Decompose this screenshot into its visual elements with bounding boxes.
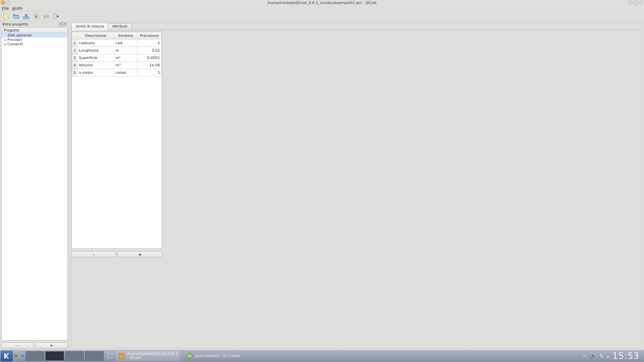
dock-float-icon[interactable]: ▢: [59, 22, 63, 26]
tab-attributi[interactable]: Attributi: [108, 23, 132, 30]
project-dock: Vista progetto ▢ × Progetto Dati general…: [0, 21, 69, 350]
svg-rect-1: [45, 14, 48, 15]
units-table[interactable]: Descrizione Simbolo Precisione 1cadaunoc…: [71, 32, 162, 249]
col-simbolo[interactable]: Simbolo: [114, 32, 138, 40]
minimize-icon[interactable]: [628, 0, 633, 5]
window-titlebar: /home/mickele/QCost_0.6.1_src/doc/esempi…: [0, 0, 644, 5]
dot-red-icon[interactable]: [15, 355, 17, 357]
window-title: /home/mickele/QCost_0.6.1_src/doc/esempi…: [0, 1, 644, 5]
cell-precisione[interactable]: 0,01: [138, 47, 162, 54]
tree-header[interactable]: Progetto: [2, 28, 67, 33]
main-panel: Unità di misura Attributi Descrizione Si…: [69, 21, 644, 350]
task-entry-qcost[interactable]: /home/mickele/QCost_0.6.1 - QCost: [116, 351, 180, 361]
clock[interactable]: 15:53: [612, 351, 639, 361]
window-pin-icon[interactable]: [6, 0, 11, 5]
menubar: File Aiuto: [0, 5, 644, 11]
tree-item-prezzari[interactable]: Prezzari: [2, 38, 67, 42]
row-number[interactable]: 3: [72, 54, 77, 62]
menu-file[interactable]: File: [2, 6, 9, 11]
desktop-1[interactable]: [25, 351, 44, 361]
svg-rect-4: [119, 353, 124, 359]
table-row[interactable]: 5a corpocorpo1: [72, 69, 162, 76]
qcost-app-icon: [118, 353, 125, 359]
tab-unita-di-misura[interactable]: Unità di misura: [71, 23, 108, 30]
cell-precisione[interactable]: 1e-06: [138, 62, 162, 69]
cell-precisione[interactable]: 0,0001: [138, 54, 162, 62]
tray-expand-icon[interactable]: ▴: [607, 353, 609, 359]
exit-icon[interactable]: [52, 12, 60, 20]
window-menu-icon[interactable]: [1, 0, 5, 5]
print-icon[interactable]: [42, 12, 50, 20]
col-precisione[interactable]: Precisione: [138, 32, 162, 40]
dock-close-icon[interactable]: ×: [63, 22, 67, 26]
table-row[interactable]: 1cadaunocad.1: [72, 40, 162, 47]
menu-aiuto[interactable]: Aiuto: [12, 6, 22, 11]
clipboard-icon[interactable]: ✂: [583, 353, 587, 359]
project-tree[interactable]: Progetto Dati generali Prezzari Computi: [1, 27, 68, 341]
cell-precisione[interactable]: 1: [138, 69, 162, 76]
cell-simbolo[interactable]: corpo: [114, 69, 138, 76]
kickoff-menu-icon[interactable]: [1, 351, 13, 361]
cell-simbolo[interactable]: m²: [114, 54, 138, 62]
dock-title: Vista progetto: [2, 22, 28, 26]
new-file-icon[interactable]: [2, 12, 10, 20]
desktop-3[interactable]: [65, 351, 84, 361]
qtcreator-app-icon: Qt: [186, 353, 193, 359]
tree-add-button[interactable]: +: [35, 343, 68, 349]
table-remove-button[interactable]: -: [71, 251, 116, 257]
row-number[interactable]: 5: [72, 69, 77, 76]
table-add-button[interactable]: +: [118, 251, 162, 257]
task-entry-label: /home/mickele/QCost_0.6.1 - QCost: [127, 352, 177, 360]
cell-simbolo[interactable]: m: [114, 47, 138, 54]
show-desktop-icon[interactable]: [108, 354, 112, 358]
import-icon[interactable]: [22, 12, 30, 20]
desktop-pager[interactable]: [25, 351, 104, 361]
export-icon[interactable]: [32, 12, 40, 20]
desktop-4[interactable]: [85, 351, 104, 361]
cell-descrizione[interactable]: Lunghezza: [77, 47, 114, 54]
task-entry-qtcreator[interactable]: Qt qcost [master] - Qt Creator: [183, 351, 243, 361]
dot-green-icon[interactable]: [18, 355, 21, 357]
row-number[interactable]: 2: [72, 47, 77, 54]
cell-descrizione[interactable]: cadauno: [77, 40, 114, 47]
table-row[interactable]: 2Lunghezzam0,01: [72, 47, 162, 54]
desktop-2[interactable]: [45, 351, 64, 361]
table-row[interactable]: 3Superficiem²0,0001: [72, 54, 162, 62]
col-rownum[interactable]: [72, 32, 77, 40]
close-icon[interactable]: [639, 0, 643, 5]
svg-text:Qt: Qt: [187, 354, 192, 358]
cell-descrizione[interactable]: Superficie: [77, 54, 114, 62]
row-number[interactable]: 4: [72, 62, 77, 69]
system-tray: ✂ 🔊 ⇅ ▴ 15:53: [583, 351, 644, 361]
activity-dots[interactable]: [15, 355, 24, 357]
svg-rect-3: [54, 14, 57, 19]
dot-blue-icon[interactable]: [21, 355, 24, 357]
open-folder-icon[interactable]: [12, 12, 20, 20]
cell-descrizione[interactable]: a corpo: [77, 69, 114, 76]
toolbar: [0, 11, 644, 21]
maximize-icon[interactable]: [633, 0, 638, 5]
tree-item-dati-generali[interactable]: Dati generali: [2, 33, 67, 38]
row-number[interactable]: 1: [72, 40, 77, 47]
volume-icon[interactable]: 🔊: [590, 353, 596, 359]
tab-bar: Unità di misura Attributi: [71, 23, 642, 30]
network-icon[interactable]: ⇅: [599, 353, 603, 359]
col-descrizione[interactable]: Descrizione: [77, 32, 114, 40]
cell-precisione[interactable]: 1: [138, 40, 162, 47]
cell-descrizione[interactable]: Volume: [77, 62, 114, 69]
tree-remove-button[interactable]: -: [1, 343, 34, 349]
tree-item-computi[interactable]: Computi: [2, 42, 67, 46]
svg-rect-2: [45, 17, 48, 19]
taskbar: /home/mickele/QCost_0.6.1 - QCost Qt qco…: [0, 350, 644, 362]
cell-simbolo[interactable]: m³: [114, 62, 138, 69]
task-entry-label: qcost [master] - Qt Creator: [195, 354, 240, 358]
cell-simbolo[interactable]: cad.: [114, 40, 138, 47]
table-row[interactable]: 4Volumem³1e-06: [72, 62, 162, 69]
